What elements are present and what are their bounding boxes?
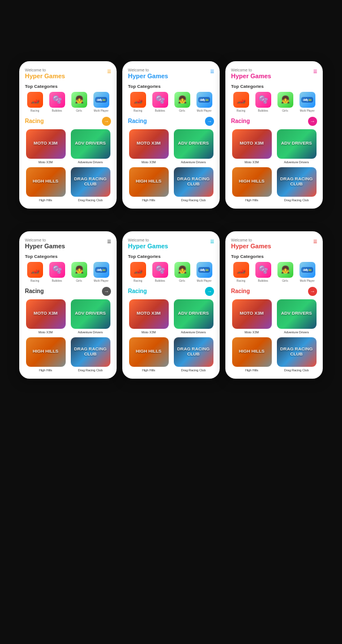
game-label-moto-x3m: Moto X3M	[142, 160, 156, 164]
hamburger-icon[interactable]: ≡	[313, 238, 317, 245]
game-item-adventure-drivers[interactable]: ADV DRIVERSAdventure Drivers	[276, 129, 317, 164]
phone-card-theme-orange: Welcome toHyper Games≡Top Categories🏎️Ra…	[19, 61, 117, 209]
game-item-high-hills[interactable]: HIGH HILLSHigh Hills	[128, 167, 169, 202]
game-item-moto-x3m[interactable]: MOTO X3MMoto X3M	[231, 299, 272, 334]
game-thumb-drag-racing-club: DRAG RACING CLUB	[71, 167, 110, 197]
game-item-adventure-drivers[interactable]: ADV DRIVERSAdventure Drivers	[173, 129, 214, 164]
racing-label: Racing	[128, 288, 147, 294]
game-item-high-hills[interactable]: HIGH HILLSHigh Hills	[25, 337, 66, 372]
welcome-text: Welcome to	[25, 238, 65, 242]
top-categories-label: Top Categories	[231, 84, 317, 89]
category-item-racing[interactable]: 🏎️Racing	[25, 92, 45, 112]
category-item-racing[interactable]: 🏎️Racing	[25, 262, 45, 282]
category-icon-bubbles: 🫧	[255, 262, 271, 278]
category-item-racing[interactable]: 🏎️Racing	[128, 92, 148, 112]
hamburger-icon[interactable]: ≡	[107, 238, 111, 245]
hamburger-icon[interactable]: ≡	[210, 68, 214, 75]
racing-arrow-button[interactable]: →	[205, 287, 214, 296]
category-item-bubbles[interactable]: 🫧Bubbles	[253, 92, 273, 112]
welcome-text: Welcome to	[231, 238, 271, 242]
game-label-high-hills: High Hills	[142, 198, 155, 202]
racing-arrow-button[interactable]: →	[205, 117, 214, 126]
game-thumb-drag-racing-club: DRAG RACING CLUB	[174, 167, 213, 197]
category-icon-bubbles: 🫧	[255, 92, 271, 108]
game-label-high-hills: High Hills	[245, 198, 258, 202]
game-item-moto-x3m[interactable]: MOTO X3MMoto X3M	[231, 129, 272, 164]
category-item-girls[interactable]: 👧Girls	[69, 262, 89, 282]
category-item-multi player[interactable]: defly.ioMulti Player	[194, 262, 214, 282]
category-item-girls[interactable]: 👧Girls	[69, 92, 89, 112]
game-item-drag-racing-club[interactable]: DRAG RACING CLUBDrag Racing Club	[70, 167, 111, 202]
game-item-moto-x3m[interactable]: MOTO X3MMoto X3M	[25, 299, 66, 334]
hamburger-icon[interactable]: ≡	[210, 238, 214, 245]
game-item-high-hills[interactable]: HIGH HILLSHigh Hills	[231, 337, 272, 372]
category-item-bubbles[interactable]: 🫧Bubbles	[47, 262, 67, 282]
phone-card-theme-teal: Welcome toHyper Games≡Top Categories🏎️Ra…	[122, 231, 220, 379]
category-item-racing[interactable]: 🏎️Racing	[231, 262, 251, 282]
category-item-bubbles[interactable]: 🫧Bubbles	[47, 92, 67, 112]
game-item-high-hills[interactable]: HIGH HILLSHigh Hills	[25, 167, 66, 202]
category-item-girls[interactable]: 👧Girls	[172, 262, 192, 282]
hamburger-icon[interactable]: ≡	[313, 68, 317, 75]
game-item-moto-x3m[interactable]: MOTO X3MMoto X3M	[25, 129, 66, 164]
game-item-drag-racing-club[interactable]: DRAG RACING CLUBDrag Racing Club	[70, 337, 111, 372]
game-thumb-adventure-drivers: ADV DRIVERS	[174, 299, 213, 329]
racing-section-row: Racing→	[231, 117, 317, 126]
category-icon-racing: 🏎️	[130, 262, 146, 278]
racing-arrow-button[interactable]: →	[308, 117, 317, 126]
category-item-bubbles[interactable]: 🫧Bubbles	[253, 262, 273, 282]
category-item-racing[interactable]: 🏎️Racing	[128, 262, 148, 282]
category-icon-bubbles: 🫧	[152, 262, 168, 278]
game-item-adventure-drivers[interactable]: ADV DRIVERSAdventure Drivers	[70, 129, 111, 164]
game-thumb-moto-x3m: MOTO X3M	[26, 129, 66, 159]
game-item-adventure-drivers[interactable]: ADV DRIVERSAdventure Drivers	[70, 299, 111, 334]
racing-label: Racing	[128, 118, 147, 124]
game-item-drag-racing-club[interactable]: DRAG RACING CLUBDrag Racing Club	[173, 167, 214, 202]
phones-row-2: Welcome toHyper Games≡Top Categories🏎️Ra…	[0, 220, 342, 390]
category-item-girls[interactable]: 👧Girls	[275, 92, 295, 112]
category-icon-multi player: defly.io	[300, 262, 315, 278]
category-item-multi player[interactable]: defly.ioMulti Player	[194, 92, 214, 112]
category-label-multi player: Multi Player	[93, 279, 108, 282]
game-thumb-high-hills: HIGH HILLS	[232, 167, 272, 197]
game-item-moto-x3m[interactable]: MOTO X3MMoto X3M	[128, 129, 169, 164]
game-item-drag-racing-club[interactable]: DRAG RACING CLUBDrag Racing Club	[173, 337, 214, 372]
game-item-moto-x3m[interactable]: MOTO X3MMoto X3M	[128, 299, 169, 334]
category-label-multi player: Multi Player	[93, 109, 108, 112]
game-item-drag-racing-club[interactable]: DRAG RACING CLUBDrag Racing Club	[276, 167, 317, 202]
game-item-adventure-drivers[interactable]: ADV DRIVERSAdventure Drivers	[276, 299, 317, 334]
racing-arrow-button[interactable]: →	[102, 117, 111, 126]
category-label-girls: Girls	[282, 279, 288, 282]
categories-row: 🏎️Racing🫧Bubbles👧Girlsdefly.ioMulti Play…	[128, 92, 214, 112]
game-thumb-drag-racing-club: DRAG RACING CLUB	[71, 337, 110, 367]
category-item-multi player[interactable]: defly.ioMulti Player	[297, 92, 317, 112]
game-thumb-high-hills: HIGH HILLS	[232, 337, 272, 367]
app-name: Hyper Games	[128, 243, 168, 249]
category-item-multi player[interactable]: defly.ioMulti Player	[91, 92, 111, 112]
category-item-bubbles[interactable]: 🫧Bubbles	[150, 92, 170, 112]
categories-row: 🏎️Racing🫧Bubbles👧Girlsdefly.ioMulti Play…	[231, 262, 317, 282]
category-item-multi player[interactable]: defly.ioMulti Player	[91, 262, 111, 282]
phone-card-theme-dark: Welcome toHyper Games≡Top Categories🏎️Ra…	[19, 231, 117, 379]
category-label-bubbles: Bubbles	[155, 109, 165, 112]
category-item-bubbles[interactable]: 🫧Bubbles	[150, 262, 170, 282]
category-item-girls[interactable]: 👧Girls	[172, 92, 192, 112]
racing-arrow-button[interactable]: →	[102, 287, 111, 296]
racing-arrow-button[interactable]: →	[308, 287, 317, 296]
game-thumb-moto-x3m: MOTO X3M	[232, 129, 272, 159]
category-label-girls: Girls	[179, 109, 185, 112]
game-item-high-hills[interactable]: HIGH HILLSHigh Hills	[128, 337, 169, 372]
category-label-girls: Girls	[179, 279, 185, 282]
game-item-high-hills[interactable]: HIGH HILLSHigh Hills	[231, 167, 272, 202]
category-icon-multi player: defly.io	[93, 92, 109, 108]
category-label-girls: Girls	[76, 109, 82, 112]
category-item-multi player[interactable]: defly.ioMulti Player	[297, 262, 317, 282]
hamburger-icon[interactable]: ≡	[107, 68, 111, 75]
game-item-drag-racing-club[interactable]: DRAG RACING CLUBDrag Racing Club	[276, 337, 317, 372]
category-item-racing[interactable]: 🏎️Racing	[231, 92, 251, 112]
game-item-adventure-drivers[interactable]: ADV DRIVERSAdventure Drivers	[173, 299, 214, 334]
racing-section-row: Racing→	[25, 117, 111, 126]
category-item-girls[interactable]: 👧Girls	[275, 262, 295, 282]
category-icon-multi player: defly.io	[196, 262, 212, 278]
game-label-high-hills: High Hills	[39, 198, 52, 202]
